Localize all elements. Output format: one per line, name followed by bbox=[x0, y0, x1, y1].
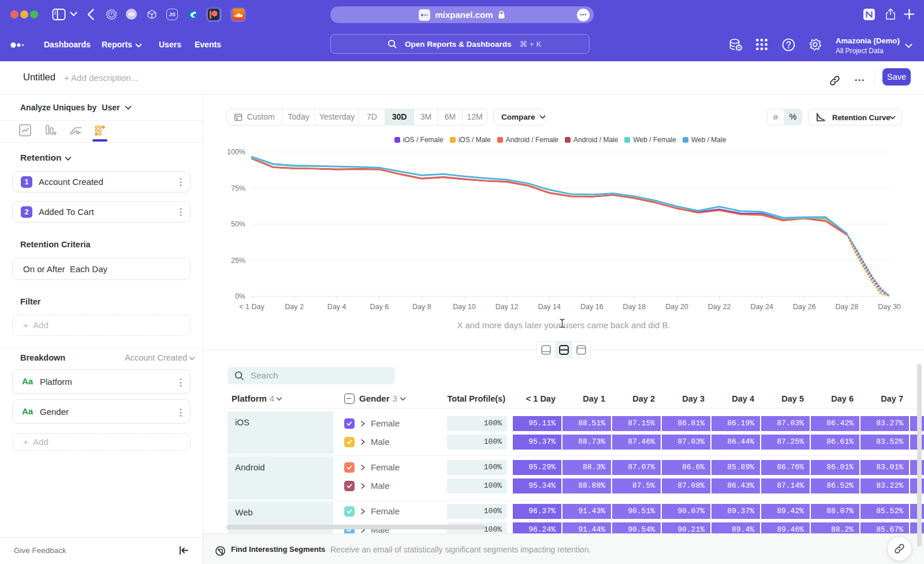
svg-text:50%: 50% bbox=[231, 220, 245, 228]
svg-text:Day 8: Day 8 bbox=[412, 303, 431, 311]
svg-text:Day 12: Day 12 bbox=[495, 303, 519, 311]
svg-text:Day 6: Day 6 bbox=[370, 303, 389, 311]
svg-text:Day 24: Day 24 bbox=[750, 303, 773, 311]
svg-text:Day 2: Day 2 bbox=[285, 303, 304, 311]
svg-text:Day 18: Day 18 bbox=[623, 303, 646, 311]
svg-text:Day 20: Day 20 bbox=[665, 303, 688, 311]
svg-text:Day 4: Day 4 bbox=[327, 303, 346, 311]
svg-text:75%: 75% bbox=[231, 184, 245, 192]
svg-text:Day 26: Day 26 bbox=[793, 303, 816, 311]
svg-text:Day 28: Day 28 bbox=[836, 303, 859, 311]
svg-text:< 1 Day: < 1 Day bbox=[239, 303, 264, 311]
svg-text:Day 14: Day 14 bbox=[538, 303, 561, 311]
svg-text:Day 16: Day 16 bbox=[580, 303, 603, 311]
svg-text:Day 30: Day 30 bbox=[878, 303, 901, 311]
svg-text:100%: 100% bbox=[227, 148, 245, 156]
svg-text:Day 22: Day 22 bbox=[708, 303, 731, 311]
svg-text:25%: 25% bbox=[231, 257, 245, 265]
svg-text:0%: 0% bbox=[235, 292, 245, 300]
svg-text:Day 10: Day 10 bbox=[453, 303, 476, 311]
